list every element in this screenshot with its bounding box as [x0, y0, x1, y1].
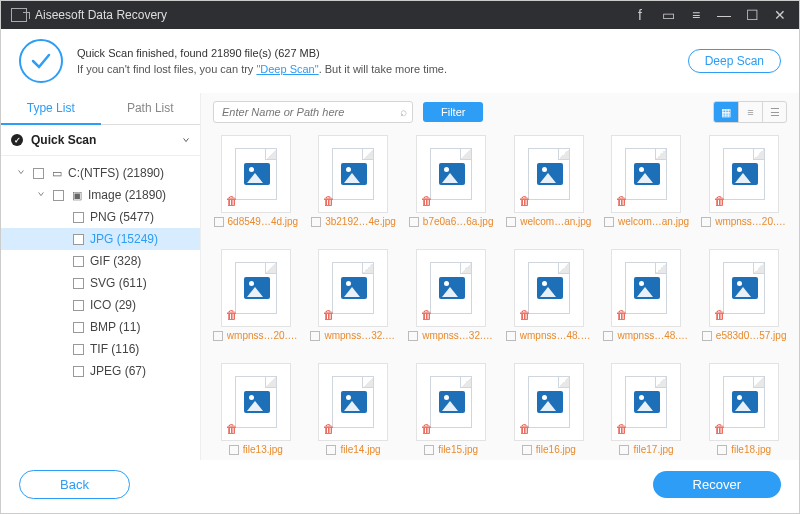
sidebar-tabs: Type List Path List	[1, 93, 200, 125]
image-icon: ▣	[70, 189, 84, 202]
file-icon	[235, 376, 277, 428]
checkbox[interactable]	[73, 344, 84, 355]
checkbox[interactable]	[73, 256, 84, 267]
tab-path-list[interactable]: Path List	[101, 93, 201, 125]
file-icon	[235, 148, 277, 200]
tree-type-ico[interactable]: ICO (29)	[1, 294, 200, 316]
tree-type-tif[interactable]: TIF (116)	[1, 338, 200, 360]
trash-icon: 🗑	[323, 308, 335, 322]
minimize-icon[interactable]: —	[715, 6, 733, 24]
file-item[interactable]: 🗑 file13.jpg	[209, 363, 303, 460]
file-item[interactable]: 🗑 file16.jpg	[502, 363, 596, 460]
type-label: SVG (611)	[90, 276, 147, 290]
checkbox[interactable]	[326, 445, 336, 455]
feedback-icon[interactable]: ▭	[659, 6, 677, 24]
maximize-icon[interactable]: ☐	[743, 6, 761, 24]
file-item[interactable]: 🗑 wmpnss…48.jpg	[502, 249, 596, 359]
file-item[interactable]: 🗑 file15.jpg	[404, 363, 498, 460]
tree-type-png[interactable]: PNG (5477)	[1, 206, 200, 228]
checkbox[interactable]	[33, 168, 44, 179]
file-icon	[528, 148, 570, 200]
trash-icon: 🗑	[616, 308, 628, 322]
checkbox[interactable]	[73, 366, 84, 377]
thumbnail: 🗑	[611, 135, 681, 213]
checkbox[interactable]	[424, 445, 434, 455]
type-label: BMP (11)	[90, 320, 140, 334]
tree-image-group[interactable]: ▣ Image (21890)	[1, 184, 200, 206]
tree-type-svg[interactable]: SVG (611)	[1, 272, 200, 294]
file-name: file18.jpg	[731, 444, 771, 455]
checkbox[interactable]	[701, 217, 711, 227]
checkbox[interactable]	[229, 445, 239, 455]
file-icon	[625, 148, 667, 200]
file-item[interactable]: 🗑 file14.jpg	[307, 363, 401, 460]
tab-type-list[interactable]: Type List	[1, 93, 101, 125]
checkbox[interactable]	[603, 331, 613, 341]
file-name: b7e0a6…6a.jpg	[423, 216, 494, 227]
thumbnail: 🗑	[318, 249, 388, 327]
tree-type-bmp[interactable]: BMP (11)	[1, 316, 200, 338]
checkbox[interactable]	[619, 445, 629, 455]
file-item[interactable]: 🗑 e583d0…57.jpg	[697, 249, 791, 359]
file-item[interactable]: 🗑 b7e0a6…6a.jpg	[404, 135, 498, 245]
view-grid-icon[interactable]: ▦	[714, 102, 738, 122]
tree-drive[interactable]: ▭ C:(NTFS) (21890)	[1, 162, 200, 184]
view-detail-icon[interactable]: ☰	[762, 102, 786, 122]
file-item[interactable]: 🗑 file17.jpg	[600, 363, 694, 460]
close-icon[interactable]: ✕	[771, 6, 789, 24]
checkbox[interactable]	[506, 331, 516, 341]
checkbox[interactable]	[73, 234, 84, 245]
search-input[interactable]	[213, 101, 413, 123]
checkbox[interactable]	[214, 217, 224, 227]
file-item[interactable]: 🗑 file18.jpg	[697, 363, 791, 460]
thumbnail: 🗑	[514, 135, 584, 213]
checkbox[interactable]	[53, 190, 64, 201]
tree-type-gif[interactable]: GIF (328)	[1, 250, 200, 272]
file-item[interactable]: 🗑 wmpnss…20.jpg	[697, 135, 791, 245]
file-item[interactable]: 🗑 6d8549…4d.jpg	[209, 135, 303, 245]
file-item[interactable]: 🗑 welcom…an.jpg	[600, 135, 694, 245]
file-item[interactable]: 🗑 wmpnss…48.jpg	[600, 249, 694, 359]
quick-scan-row[interactable]: Quick Scan	[1, 125, 200, 156]
checkbox[interactable]	[311, 217, 321, 227]
tree-type-jpeg[interactable]: JPEG (67)	[1, 360, 200, 382]
file-name: 3b2192…4e.jpg	[325, 216, 396, 227]
back-button[interactable]: Back	[19, 470, 130, 499]
checkbox[interactable]	[702, 331, 712, 341]
checkbox[interactable]	[310, 331, 320, 341]
checkbox[interactable]	[506, 217, 516, 227]
trash-icon: 🗑	[226, 422, 238, 436]
quick-scan-label: Quick Scan	[31, 133, 96, 147]
check-dot-icon	[11, 134, 23, 146]
checkbox[interactable]	[73, 322, 84, 333]
tree-type-jpg[interactable]: JPG (15249)	[1, 228, 200, 250]
app-logo-icon	[11, 8, 27, 22]
checkbox[interactable]	[73, 212, 84, 223]
view-list-icon[interactable]: ≡	[738, 102, 762, 122]
file-name: wmpnss…32.jpg	[324, 330, 396, 341]
facebook-icon[interactable]: f	[631, 6, 649, 24]
deep-scan-link[interactable]: "Deep Scan"	[256, 63, 318, 75]
file-item[interactable]: 🗑 wmpnss…20.jpg	[209, 249, 303, 359]
checkbox[interactable]	[73, 278, 84, 289]
checkbox[interactable]	[213, 331, 223, 341]
file-name: 6d8549…4d.jpg	[228, 216, 299, 227]
file-item[interactable]: 🗑 wmpnss…32.jpg	[404, 249, 498, 359]
checkbox[interactable]	[604, 217, 614, 227]
checkbox[interactable]	[73, 300, 84, 311]
recover-button[interactable]: Recover	[653, 471, 781, 498]
file-item[interactable]: 🗑 wmpnss…32.jpg	[307, 249, 401, 359]
thumbnail: 🗑	[709, 249, 779, 327]
checkbox[interactable]	[408, 331, 418, 341]
checkbox[interactable]	[522, 445, 532, 455]
file-item[interactable]: 🗑 3b2192…4e.jpg	[307, 135, 401, 245]
file-item[interactable]: 🗑 welcom…an.jpg	[502, 135, 596, 245]
file-name: file17.jpg	[633, 444, 673, 455]
type-label: JPG (15249)	[90, 232, 158, 246]
menu-icon[interactable]: ≡	[687, 6, 705, 24]
deep-scan-button[interactable]: Deep Scan	[688, 49, 781, 73]
filter-button[interactable]: Filter	[423, 102, 483, 122]
checkbox[interactable]	[717, 445, 727, 455]
checkbox[interactable]	[409, 217, 419, 227]
thumbnail: 🗑	[611, 249, 681, 327]
